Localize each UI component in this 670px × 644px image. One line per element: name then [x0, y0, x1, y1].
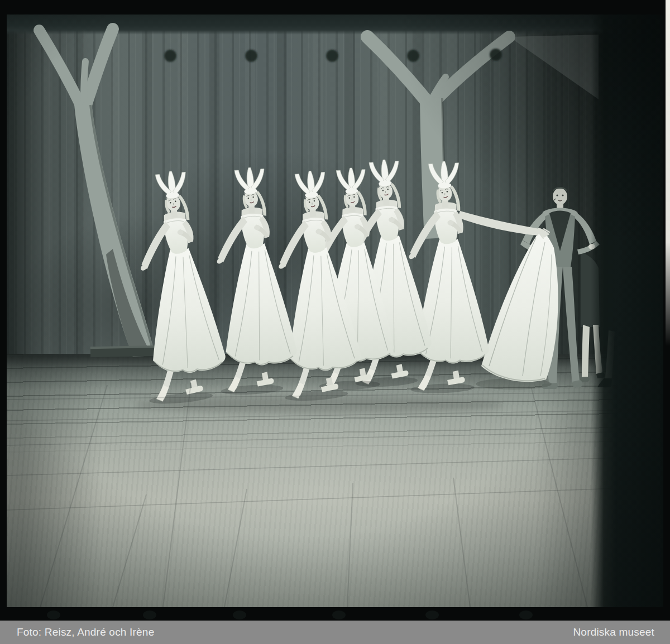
sprocket-dot — [332, 611, 346, 619]
sprocket-dot — [47, 611, 60, 619]
sprocket-dot — [143, 611, 156, 619]
sprocket-dot — [519, 611, 533, 619]
photo-credit: Foto: Reisz, André och Irène — [17, 621, 154, 644]
museum-credit: Nordiska museet — [573, 621, 654, 644]
sprocket-dot — [425, 611, 439, 619]
film-edge-strip — [666, 0, 670, 346]
photo — [7, 15, 663, 607]
vignette-top-right — [398, 15, 663, 249]
scene-figures — [7, 15, 663, 607]
footer-bar: Foto: Reisz, André och Irène Nordiska mu… — [0, 621, 670, 644]
film-rebate — [0, 0, 670, 621]
sprocket-dot — [233, 611, 246, 619]
film-scan-page: { "scan": { "type": "black-and-white sta… — [0, 0, 670, 644]
